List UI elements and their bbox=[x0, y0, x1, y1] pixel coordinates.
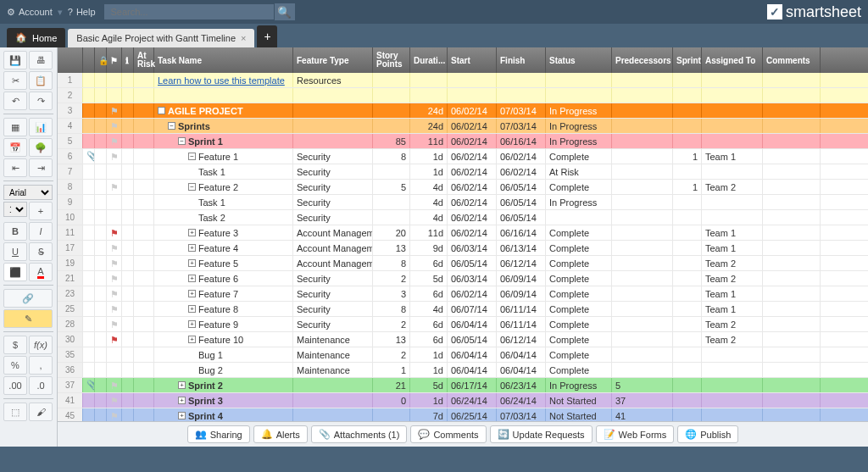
redo-button[interactable]: ↷ bbox=[29, 92, 53, 110]
update-requests-button[interactable]: 🔄Update Requests bbox=[490, 425, 593, 443]
expand-icon[interactable]: + bbox=[188, 244, 196, 252]
web-forms-button[interactable]: 📝Web Forms bbox=[596, 425, 675, 443]
template-link[interactable]: Learn how to use this template bbox=[158, 75, 285, 86]
hierarchy-button[interactable]: 🌳 bbox=[29, 138, 53, 157]
indent-button[interactable]: ⇥ bbox=[29, 158, 53, 177]
task-name-cell[interactable]: +Sprint 3 bbox=[154, 393, 293, 408]
undo-button[interactable]: ↶ bbox=[3, 92, 27, 110]
col-sprint[interactable]: Sprint bbox=[673, 47, 702, 73]
flag-icon[interactable] bbox=[110, 380, 119, 391]
col-task-name[interactable]: Task Name bbox=[154, 47, 293, 73]
alerts-button[interactable]: 🔔Alerts bbox=[253, 425, 308, 443]
calendar-view-button[interactable]: 📅 bbox=[3, 138, 27, 157]
gear-icon[interactable]: ⚙ bbox=[7, 7, 15, 18]
col-finish[interactable]: Finish bbox=[497, 47, 546, 73]
col-comments[interactable]: Comments bbox=[763, 47, 821, 73]
highlight-button[interactable]: ✎ bbox=[3, 309, 53, 328]
cut-button[interactable]: ✂ bbox=[3, 71, 27, 90]
task-name-cell[interactable]: +Feature 6 bbox=[154, 271, 293, 286]
fontsize-increase[interactable]: + bbox=[29, 202, 53, 220]
percent-button[interactable]: % bbox=[3, 356, 27, 375]
task-name-cell[interactable]: Bug 1 bbox=[154, 347, 293, 362]
col-start[interactable]: Start bbox=[448, 47, 497, 73]
home-tab[interactable]: 🏠 Home bbox=[7, 28, 65, 47]
table-row[interactable]: 8−Feature 2Security54d06/02/1406/05/14Co… bbox=[58, 180, 868, 195]
task-name-cell[interactable]: +Sprint 4 bbox=[154, 408, 293, 421]
format-button[interactable]: ⬚ bbox=[3, 403, 27, 421]
table-row[interactable]: 1Learn how to use this templateResources bbox=[58, 73, 868, 88]
italic-button[interactable]: I bbox=[29, 222, 53, 241]
flag-icon[interactable] bbox=[110, 258, 119, 269]
brush-button[interactable]: 🖌 bbox=[29, 403, 53, 421]
task-name-cell[interactable]: +Feature 9 bbox=[154, 317, 293, 331]
flag-icon[interactable] bbox=[110, 243, 119, 253]
link-button[interactable]: 🔗 bbox=[3, 289, 53, 308]
task-name-cell[interactable]: +Feature 5 bbox=[154, 256, 293, 270]
table-row[interactable]: 37📎+Sprint 2215d06/17/1406/23/14In Progr… bbox=[58, 378, 868, 393]
task-name-cell[interactable]: +Feature 3 bbox=[154, 225, 293, 240]
close-icon[interactable]: × bbox=[241, 33, 246, 43]
grid-body[interactable]: 1Learn how to use this templateResources… bbox=[58, 73, 868, 421]
attachments-button[interactable]: 📎Attachments (1) bbox=[311, 425, 408, 443]
task-name-cell[interactable]: −Feature 2 bbox=[154, 180, 293, 194]
expand-icon[interactable]: + bbox=[188, 229, 196, 236]
publish-button[interactable]: 🌐Publish bbox=[677, 425, 738, 443]
textcolor-button[interactable]: A bbox=[29, 263, 53, 281]
table-row[interactable]: 21+Feature 6Security25d06/03/1406/09/14C… bbox=[58, 271, 868, 286]
sharing-button[interactable]: 👥Sharing bbox=[187, 425, 250, 443]
expand-icon[interactable]: + bbox=[178, 381, 186, 389]
table-row[interactable]: 41+Sprint 301d06/24/1406/24/14Not Starte… bbox=[58, 393, 868, 408]
underline-button[interactable]: U bbox=[3, 242, 27, 261]
flag-icon[interactable] bbox=[110, 152, 119, 162]
expand-icon[interactable]: + bbox=[188, 259, 196, 267]
help-link[interactable]: Help bbox=[76, 7, 96, 17]
table-row[interactable]: 45+Sprint 47d06/25/1407/03/14Not Started… bbox=[58, 408, 868, 421]
task-name-cell[interactable]: Bug 2 bbox=[154, 363, 293, 377]
expand-icon[interactable]: − bbox=[168, 122, 175, 130]
task-name-cell[interactable]: −Sprints bbox=[154, 119, 293, 133]
task-name-cell[interactable]: Task 1 bbox=[154, 195, 293, 209]
expand-icon[interactable]: + bbox=[178, 397, 186, 404]
table-row[interactable]: 4−Sprints24d06/02/1407/03/14In Progress bbox=[58, 119, 868, 134]
flag-icon[interactable] bbox=[110, 396, 119, 406]
table-row[interactable]: 35Bug 1Maintenance21d06/04/1406/04/14Com… bbox=[58, 347, 868, 363]
task-name-cell[interactable]: +Feature 7 bbox=[154, 286, 293, 301]
expand-icon[interactable]: − bbox=[178, 137, 186, 145]
expand-icon[interactable]: − bbox=[158, 107, 165, 114]
currency-button[interactable]: $ bbox=[3, 336, 27, 354]
bgcolor-button[interactable]: ⬛ bbox=[3, 263, 27, 281]
expand-icon[interactable]: + bbox=[188, 320, 196, 328]
table-row[interactable]: 3−AGILE PROJECT24d06/02/1407/03/14In Pro… bbox=[58, 103, 868, 119]
save-button[interactable]: 💾 bbox=[3, 51, 27, 69]
bold-button[interactable]: B bbox=[3, 222, 27, 241]
comments-button[interactable]: 💬Comments bbox=[410, 425, 486, 443]
col-status[interactable]: Status bbox=[546, 47, 612, 73]
task-name-cell[interactable]: +Feature 10 bbox=[154, 332, 293, 347]
col-assigned-to[interactable]: Assigned To bbox=[702, 47, 763, 73]
task-name-cell[interactable]: −AGILE PROJECT bbox=[154, 103, 293, 118]
col-at-risk[interactable]: At Risk bbox=[134, 47, 154, 73]
flag-icon[interactable] bbox=[110, 289, 119, 299]
col-story-points[interactable]: Story Points bbox=[373, 47, 410, 73]
table-row[interactable]: 9Task 1Security4d06/02/1406/05/14In Prog… bbox=[58, 195, 868, 210]
flag-icon[interactable] bbox=[110, 335, 119, 345]
flag-icon[interactable] bbox=[110, 182, 119, 192]
add-tab-button[interactable]: + bbox=[257, 25, 277, 47]
print-button[interactable]: 🖶 bbox=[29, 51, 53, 69]
paste-button[interactable]: 📋 bbox=[29, 71, 53, 90]
task-name-cell[interactable]: Learn how to use this template bbox=[154, 73, 293, 87]
flag-icon[interactable] bbox=[110, 274, 119, 284]
table-row[interactable]: 6📎−Feature 1Security81d06/02/1406/02/14C… bbox=[58, 149, 868, 164]
table-row[interactable]: 19+Feature 5Account Managemen86d06/05/14… bbox=[58, 256, 868, 271]
table-row[interactable]: 2 bbox=[58, 88, 868, 103]
grid-view-button[interactable]: ▦ bbox=[3, 118, 27, 136]
dec-increase-button[interactable]: .00 bbox=[3, 376, 27, 395]
expand-icon[interactable]: + bbox=[188, 275, 196, 282]
expand-icon[interactable]: + bbox=[178, 412, 186, 419]
sheet-tab[interactable]: Basic Agile Project with Gantt Timeline … bbox=[68, 29, 254, 47]
table-row[interactable]: 7Task 1Security1d06/02/1406/02/14At Risk bbox=[58, 164, 868, 180]
task-name-cell[interactable]: +Sprint 2 bbox=[154, 378, 293, 392]
outdent-button[interactable]: ⇤ bbox=[3, 158, 27, 177]
table-row[interactable]: 17+Feature 4Account Managemen139d06/03/1… bbox=[58, 241, 868, 256]
task-name-cell[interactable]: +Feature 8 bbox=[154, 302, 293, 316]
